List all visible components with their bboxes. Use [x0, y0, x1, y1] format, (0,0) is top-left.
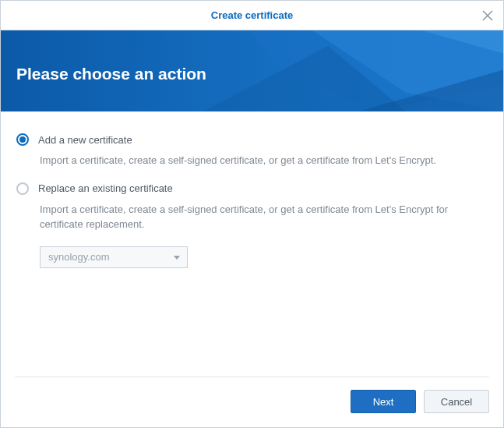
banner-heading: Please choose an action [16, 65, 206, 83]
close-icon [482, 10, 493, 21]
titlebar: Create certificate [1, 1, 503, 30]
cancel-button[interactable]: Cancel [424, 390, 489, 413]
option-replace-label: Replace an existing certificate [38, 182, 173, 194]
option-add-new-desc: Import a certificate, create a self-sign… [40, 154, 488, 168]
dialog-title: Create certificate [211, 9, 294, 21]
select-value: synology.com [48, 251, 110, 263]
option-add-new[interactable]: Add a new certificate [16, 133, 488, 146]
replace-certificate-select[interactable]: synology.com [40, 246, 188, 268]
close-button[interactable] [472, 1, 503, 30]
next-button[interactable]: Next [351, 390, 416, 413]
option-replace[interactable]: Replace an existing certificate [16, 182, 488, 195]
footer-divider [15, 377, 489, 377]
option-replace-desc: Import a certificate, create a self-sign… [40, 203, 488, 232]
banner: Please choose an action [1, 30, 503, 111]
radio-replace[interactable] [16, 182, 29, 195]
svg-marker-8 [174, 256, 180, 260]
footer: Next Cancel [1, 378, 503, 427]
option-add-new-label: Add a new certificate [38, 134, 132, 146]
chevron-down-icon [173, 253, 181, 261]
radio-add-new[interactable] [16, 133, 29, 146]
content: Add a new certificate Import a certifica… [1, 111, 503, 268]
